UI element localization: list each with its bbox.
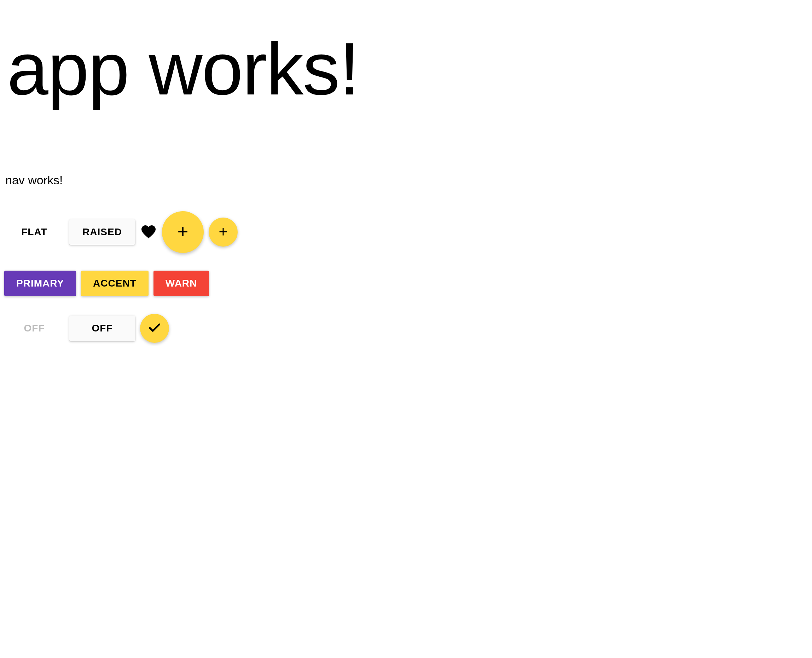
primary-button[interactable]: PRIMARY — [4, 271, 76, 296]
heart-icon-button[interactable] — [140, 223, 157, 241]
heart-icon — [140, 223, 157, 241]
plus-icon — [175, 224, 191, 241]
flat-button[interactable]: FLAT — [4, 219, 64, 245]
accent-button[interactable]: ACCENT — [81, 271, 149, 296]
off-raised-button[interactable]: OFF — [69, 316, 135, 341]
page-title: app works! — [0, 0, 812, 106]
fab-mini-add-button[interactable] — [209, 218, 238, 247]
button-row-off: OFF OFF — [0, 310, 812, 346]
warn-button[interactable]: WARN — [153, 271, 210, 296]
button-row-colors: PRIMARY ACCENT WARN — [0, 267, 812, 300]
raised-button[interactable]: RAISED — [69, 219, 135, 245]
fab-mini-check-button[interactable] — [140, 314, 169, 343]
fab-add-button[interactable] — [162, 211, 204, 253]
off-disabled-button: OFF — [4, 316, 64, 341]
nav-works-text: nav works! — [0, 106, 812, 201]
button-row-basic: FLAT RAISED — [0, 208, 812, 257]
check-icon — [147, 321, 162, 336]
plus-icon — [217, 226, 230, 239]
